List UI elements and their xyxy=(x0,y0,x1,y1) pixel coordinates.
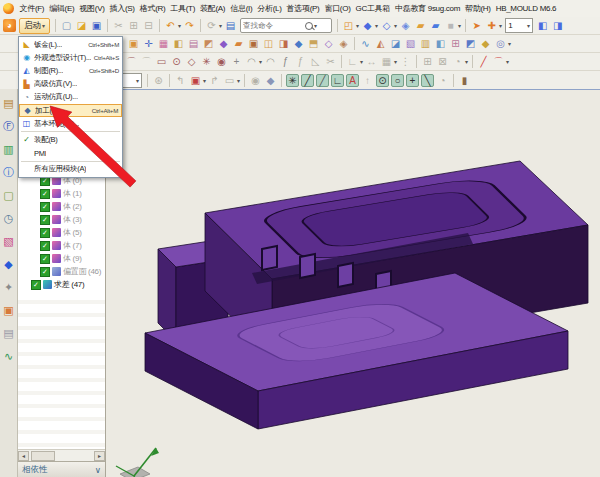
mold-drawing-icon[interactable]: ◧ xyxy=(434,36,447,51)
standard-part-icon[interactable]: ◨ xyxy=(277,36,290,51)
studio-view-icon[interactable]: ◈ xyxy=(399,18,412,33)
snap-tangent-icon[interactable]: ╲ xyxy=(421,73,434,88)
polygon-icon[interactable]: ◇ xyxy=(185,54,198,69)
menubar-item[interactable]: 视图(V) xyxy=(77,3,107,14)
document-icon[interactable]: ▢ xyxy=(2,185,16,199)
snap-circle-icon[interactable]: ○ xyxy=(391,73,404,88)
menubar-item[interactable]: 首选项(P) xyxy=(284,3,322,14)
rectangle-icon[interactable]: ▭ xyxy=(155,54,168,69)
assembly-tools-icon[interactable]: ✦ xyxy=(2,277,16,291)
offset-curve-icon[interactable]: ⊠ xyxy=(436,54,449,69)
undo-icon[interactable]: ↶▾ xyxy=(164,18,181,33)
menubar-item[interactable]: 分析(L) xyxy=(255,3,284,14)
menubar-item[interactable]: 信息(I) xyxy=(228,3,255,14)
paste-icon[interactable]: ⊟ xyxy=(142,18,155,33)
mold-base-icon[interactable]: ◫ xyxy=(262,36,275,51)
menu-item[interactable]: ◔运动仿真(U)... xyxy=(19,91,122,104)
snap-endpoint-icon[interactable]: ╱ xyxy=(301,73,314,88)
part-navigator-icon[interactable]: ▤ xyxy=(2,93,16,107)
view-manager-icon[interactable]: ◩ xyxy=(464,36,477,51)
show-hide-icon[interactable]: ▰ xyxy=(414,18,427,33)
menubar-item[interactable]: 窗口(O) xyxy=(322,3,353,14)
project-curve-icon[interactable]: ⊞ xyxy=(421,54,434,69)
menubar-item[interactable]: 中磊教育 9sug.com xyxy=(393,3,463,14)
roles-icon[interactable]: Ⓕ xyxy=(2,116,16,130)
pocket-icon[interactable]: ▧ xyxy=(404,36,417,51)
pattern-icon[interactable]: ▰ xyxy=(232,36,245,51)
menubar-item[interactable]: 装配(A) xyxy=(198,3,228,14)
highlight-sphere-icon[interactable]: ◉ xyxy=(249,73,262,88)
redo-icon[interactable]: ↷ xyxy=(183,18,196,33)
checkbox-icon[interactable]: ✓ xyxy=(40,254,50,264)
checkbox-icon[interactable]: ✓ xyxy=(40,267,50,277)
find-command-input[interactable] xyxy=(243,21,305,30)
arc-sketch-icon[interactable]: ⌒▾ xyxy=(492,54,509,69)
init-project-icon[interactable]: ▣ xyxy=(127,36,140,51)
ejector-pin-icon[interactable]: ◆ xyxy=(292,36,305,51)
feature-tree-item[interactable]: ✓求差 (47) xyxy=(18,278,105,291)
shaded-view-icon[interactable]: ◆▾ xyxy=(361,18,378,33)
hole-table-icon[interactable]: ⊞ xyxy=(449,36,462,51)
open-icon[interactable]: ◪ xyxy=(75,18,88,33)
feature-tree-item[interactable]: ✓体 (7) xyxy=(18,239,105,252)
slider-lifter-icon[interactable]: ⬒ xyxy=(307,36,320,51)
trim-mold-icon[interactable]: ◪ xyxy=(389,36,402,51)
checkbox-icon[interactable]: ✓ xyxy=(31,280,41,290)
array-curve-icon[interactable]: ⋮ xyxy=(399,54,412,69)
scrollbar-thumb[interactable] xyxy=(31,451,55,461)
three-point-arc-icon[interactable]: ⌒ xyxy=(140,54,153,69)
plus-point-icon[interactable]: + xyxy=(230,54,243,69)
menu-item[interactable]: PMI xyxy=(19,147,122,160)
connector-icon[interactable]: ∿ xyxy=(2,346,16,360)
fit-view-icon[interactable]: ◰▾ xyxy=(342,18,359,33)
snap-intersection-icon[interactable]: + xyxy=(406,73,419,88)
helix-icon[interactable]: ◔▾ xyxy=(451,54,468,69)
cut-icon[interactable]: ✂ xyxy=(112,18,125,33)
runner-icon[interactable]: ◈ xyxy=(337,36,350,51)
horizontal-scrollbar[interactable]: ◂ ▸ xyxy=(18,449,105,461)
surface-cloud-icon[interactable]: ◠▾ xyxy=(245,54,262,69)
iso-view-icon[interactable]: ◧ xyxy=(536,18,549,33)
menubar-item[interactable]: 文件(F) xyxy=(17,3,47,14)
checkbox-icon[interactable]: ✓ xyxy=(40,189,50,199)
start-button[interactable]: 启动▾ xyxy=(19,18,50,34)
internet-icon[interactable]: ⓘ xyxy=(2,162,16,176)
rotate-view-icon[interactable]: ➤ xyxy=(470,18,483,33)
image-window-icon[interactable]: ▣ xyxy=(2,300,16,314)
gate-icon[interactable]: ◇ xyxy=(322,36,335,51)
surface-cloud2-icon[interactable]: ◠ xyxy=(264,54,277,69)
menubar-item[interactable]: 帮助(H) xyxy=(463,3,494,14)
checkbox-icon[interactable]: ✓ xyxy=(40,241,50,251)
snap-up-icon[interactable]: ↑ xyxy=(361,73,374,88)
selection-rectangle-icon[interactable]: ▭▾ xyxy=(223,73,240,88)
history-icon[interactable]: ◷ xyxy=(2,208,16,222)
menu-item[interactable]: ◫基本环境(W)... xyxy=(19,117,122,130)
trimetric-view-icon[interactable]: ◨ xyxy=(551,18,564,33)
law-curve2-icon[interactable]: ƒ xyxy=(294,54,307,69)
view-layer-combo[interactable]: 1▾ xyxy=(505,18,533,33)
palette-icon[interactable]: ▧ xyxy=(2,231,16,245)
arc-icon[interactable]: ⌒ xyxy=(125,54,138,69)
visual-effects-icon[interactable]: ▣▾ xyxy=(189,73,206,88)
dimension-icon[interactable]: ↔ xyxy=(365,54,378,69)
wireframe-view-icon[interactable]: ◇▾ xyxy=(380,18,397,33)
snap-point-icon[interactable]: ✳ xyxy=(286,73,299,88)
menu-item[interactable]: ✓装配(B) xyxy=(19,133,122,146)
menubar-item[interactable]: 插入(S) xyxy=(107,3,137,14)
solid-select-icon[interactable]: ◆ xyxy=(264,73,277,88)
command-finder-window-icon[interactable]: ▤ xyxy=(224,18,237,33)
background-icon[interactable]: ■▾ xyxy=(444,18,461,33)
work-plane-icon[interactable]: ⊛ xyxy=(152,73,165,88)
check-mold-icon[interactable]: ◎▾ xyxy=(494,36,511,51)
menu-item[interactable]: 所有应用模块(A)▸ xyxy=(19,163,122,176)
feature-tree-item[interactable]: ✓体 (1) xyxy=(18,187,105,200)
insert-icon[interactable]: ▣ xyxy=(247,36,260,51)
feature-tree-item[interactable]: ✓体 (2) xyxy=(18,200,105,213)
menu-item[interactable]: ◉外观造型设计(T)...Ctrl+Alt+S xyxy=(19,51,122,64)
law-curve-icon[interactable]: ƒ xyxy=(279,54,292,69)
menubar-item[interactable]: 格式(R) xyxy=(137,3,168,14)
collapse-chevron-icon[interactable]: ∨ xyxy=(95,465,101,475)
snap-midpoint-icon[interactable]: ╱ xyxy=(316,73,329,88)
library-icon[interactable]: ▥ xyxy=(2,139,16,153)
feature-tree-item[interactable]: ✓体 (9) xyxy=(18,252,105,265)
